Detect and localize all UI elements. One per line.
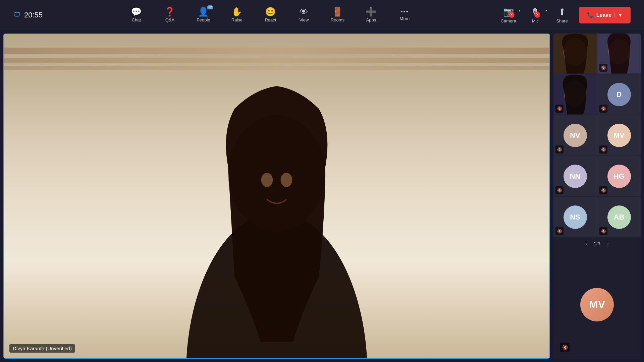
chat-label: Chat xyxy=(132,17,141,22)
participant-tile-nv[interactable]: NV 🔇 xyxy=(553,115,597,156)
participant-tile-ab[interactable]: AB 🔇 xyxy=(597,197,641,237)
pagination: ‹ 1/3 › xyxy=(553,237,641,250)
nav-apps[interactable]: ➕ Apps xyxy=(361,7,381,22)
speaker-label: Divya Karanth (Unverified) xyxy=(9,344,75,353)
people-label: People xyxy=(197,17,210,22)
top-bar-right: 📷 ✕ Camera ▼ 🎙 ✕ Mic ▼ ⬆ Share 📞 Leave ▼ xyxy=(498,7,631,23)
mic-off-badge-nn: 🔇 xyxy=(555,186,564,194)
ceiling-beam-1 xyxy=(4,48,549,54)
prev-page-button[interactable]: ‹ xyxy=(585,241,587,247)
share-control[interactable]: ⬆ Share xyxy=(552,7,572,23)
avatar-mv: MV xyxy=(607,124,631,147)
mic-off-badge-hg: 🔇 xyxy=(599,186,607,194)
apps-label: Apps xyxy=(366,17,376,22)
view-icon: 👁 xyxy=(300,7,308,16)
rooms-icon: 🚪 xyxy=(332,7,343,16)
top-bar-center: 💬 Chat ❓ Q&A 👤32 People ✋ Raise 😊 React … xyxy=(126,7,415,22)
avatar-hg: HG xyxy=(607,165,631,188)
apps-icon: ➕ xyxy=(366,7,376,16)
mic-off-badge-ab: 🔇 xyxy=(599,227,607,235)
top-bar-left: 🛡 20:55 xyxy=(13,11,43,19)
people-badge: 32 xyxy=(207,5,213,9)
self-avatar: MV xyxy=(580,288,614,321)
view-label: View xyxy=(299,17,309,22)
participant-tile-2[interactable]: 🔇 xyxy=(597,34,641,74)
raise-label: Raise xyxy=(231,17,243,22)
nav-rooms[interactable]: 🚪 Rooms xyxy=(327,7,347,22)
nav-people[interactable]: 👤32 People xyxy=(193,7,213,22)
raise-icon: ✋ xyxy=(231,7,242,16)
total-pages: 3 xyxy=(598,241,600,246)
ceiling-beam-3 xyxy=(4,66,549,70)
leave-phone-icon: 📞 xyxy=(587,12,594,18)
rooms-label: Rooms xyxy=(331,17,344,22)
participants-grid: 🔇 🔇 D 🔇 NV 🔇 MV xyxy=(553,34,641,237)
avatar-ab: AB xyxy=(607,205,631,229)
current-page: 1 xyxy=(594,241,596,246)
camera-dropdown-arrow[interactable]: ▼ xyxy=(518,9,521,12)
qna-label: Q&A xyxy=(165,17,174,22)
main-video-area: Divya Karanth (Unverified) xyxy=(3,34,550,359)
participant-tile-3[interactable]: 🔇 xyxy=(553,74,597,115)
qna-icon: ❓ xyxy=(164,7,175,16)
nav-more[interactable]: ••• More xyxy=(394,9,415,21)
next-page-button[interactable]: › xyxy=(607,241,609,247)
participant-tile-nn[interactable]: NN 🔇 xyxy=(553,156,597,196)
share-icon: ⬆ xyxy=(558,7,566,17)
ceiling-beam-2 xyxy=(4,58,549,63)
self-mic-off-badge: 🔇 xyxy=(560,343,570,352)
nav-chat[interactable]: 💬 Chat xyxy=(126,7,146,22)
nav-raise[interactable]: ✋ Raise xyxy=(227,7,247,22)
self-initials: MV xyxy=(589,298,605,311)
mic-off-badge-nv: 🔇 xyxy=(555,145,564,154)
mic-off-badge-ns: 🔇 xyxy=(555,227,564,235)
time-display: 20:55 xyxy=(24,11,43,19)
mic-control[interactable]: 🎙 ✕ Mic ▼ xyxy=(525,7,545,23)
more-label: More xyxy=(400,16,410,21)
svg-point-2 xyxy=(261,173,273,187)
mic-dropdown-arrow[interactable]: ▼ xyxy=(545,9,548,12)
shield-icon: 🛡 xyxy=(13,11,21,19)
participant-face-1 xyxy=(553,34,597,74)
participant-tile-1[interactable] xyxy=(553,34,597,74)
participant-tile-ns[interactable]: NS 🔇 xyxy=(553,197,597,237)
react-label: React xyxy=(265,17,276,22)
top-bar: 🛡 20:55 💬 Chat ❓ Q&A 👤32 People ✋ Raise … xyxy=(0,0,644,30)
camera-label: Camera xyxy=(501,18,516,23)
more-icon: ••• xyxy=(400,9,409,15)
leave-dropdown[interactable]: ▼ xyxy=(614,12,623,18)
svg-point-3 xyxy=(281,173,292,187)
mic-off-badge-mv: 🔇 xyxy=(599,145,607,154)
camera-control[interactable]: 📷 ✕ Camera ▼ xyxy=(498,7,519,23)
self-view: MV 🔇 xyxy=(553,250,641,359)
avatar-d: D xyxy=(607,83,631,106)
avatar-ns: NS xyxy=(564,205,587,229)
react-icon: 😊 xyxy=(265,7,276,16)
leave-label: Leave xyxy=(596,12,611,18)
chat-icon: 💬 xyxy=(131,7,142,16)
participants-sidebar: 🔇 🔇 D 🔇 NV 🔇 MV xyxy=(553,34,641,359)
nav-view[interactable]: 👁 View xyxy=(294,7,314,22)
share-label: Share xyxy=(556,18,568,23)
mic-off-badge-3: 🔇 xyxy=(555,105,564,113)
participant-tile-hg[interactable]: HG 🔇 xyxy=(597,156,641,196)
nav-qna[interactable]: ❓ Q&A xyxy=(160,7,180,22)
people-icon: 👤32 xyxy=(198,7,209,16)
leave-button[interactable]: 📞 Leave ▼ xyxy=(579,7,631,23)
nav-react[interactable]: 😊 React xyxy=(260,7,280,22)
page-indicator: 1/3 xyxy=(594,241,600,246)
participant-tile-mv[interactable]: MV 🔇 xyxy=(597,115,641,156)
mic-off-badge-d: 🔇 xyxy=(599,105,607,113)
avatar-nn: NN xyxy=(564,165,587,188)
person-silhouette xyxy=(159,83,394,358)
mic-off-badge-2: 🔇 xyxy=(599,64,607,72)
avatar-nv: NV xyxy=(564,124,587,147)
mic-label: Mic xyxy=(532,18,539,23)
main-content: Divya Karanth (Unverified) 🔇 xyxy=(0,30,644,362)
main-video-placeholder xyxy=(4,34,549,358)
participant-tile-d[interactable]: D 🔇 xyxy=(597,74,641,115)
